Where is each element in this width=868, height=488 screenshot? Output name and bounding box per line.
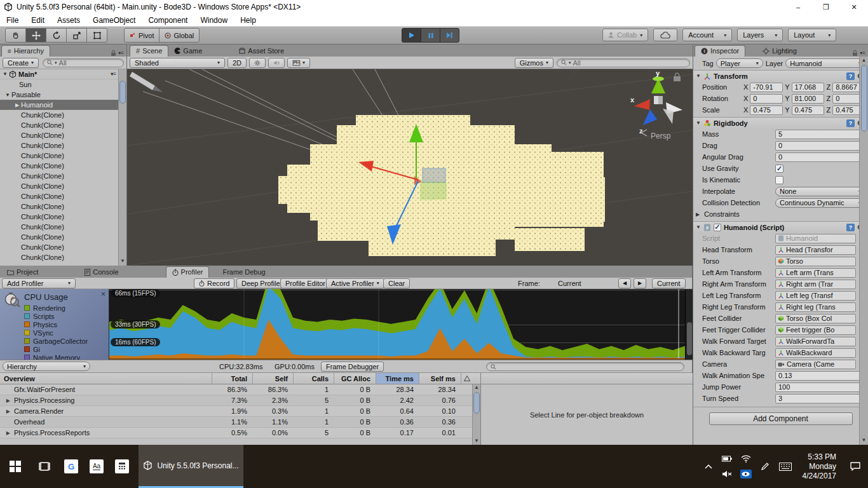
table-row[interactable]: Overhead 1.1%1.1%10 B0.360.36 bbox=[0, 417, 480, 428]
column-self[interactable]: Self bbox=[252, 373, 293, 384]
script-enabled-checkbox[interactable]: ✓ bbox=[714, 224, 721, 231]
menu-edit[interactable]: Edit bbox=[25, 15, 51, 26]
tray-clock[interactable]: 5:33 PM Monday 4/24/2017 bbox=[796, 452, 843, 481]
tab-hierarchy[interactable]: ≡ Hierarchy bbox=[1, 45, 50, 57]
hierarchy-item-sun[interactable]: Sun bbox=[0, 79, 126, 90]
panel-menu-icon[interactable]: ▾≡ bbox=[860, 50, 865, 56]
layout-dropdown[interactable]: Layout▾ bbox=[788, 29, 836, 41]
hierarchy-item-chunk[interactable]: Chunk(Clone) bbox=[0, 201, 126, 212]
hierarchy-item-chunk[interactable]: Chunk(Clone) bbox=[0, 252, 126, 262]
column-total[interactable]: Total bbox=[212, 373, 252, 384]
column-gc-alloc[interactable]: GC Alloc bbox=[334, 373, 376, 384]
battery-icon[interactable] bbox=[722, 456, 732, 462]
record-button[interactable]: Record bbox=[194, 278, 234, 288]
hierarchy-item-chunk[interactable]: Chunk(Clone) bbox=[0, 242, 126, 252]
next-frame-button[interactable]: ▶ bbox=[634, 278, 646, 288]
hierarchy-mode-dropdown[interactable]: Hierarchy▾ bbox=[3, 362, 90, 371]
tray-expand-chevron[interactable] bbox=[700, 445, 717, 488]
scale-tool-button[interactable] bbox=[66, 28, 87, 43]
chart-scrollbar[interactable] bbox=[685, 289, 693, 360]
right-arm-transform-field[interactable]: Right arm (Trar bbox=[775, 280, 856, 289]
frame-debugger-button[interactable]: Frame Debugger bbox=[321, 362, 384, 372]
position-x-field[interactable]: -70.91 bbox=[750, 83, 783, 92]
pen-tray-icon[interactable] bbox=[756, 445, 775, 488]
walk-forward-target-field[interactable]: WalkForwardTa bbox=[775, 337, 856, 346]
table-scrollbar[interactable]: ▲ ▼ bbox=[472, 384, 480, 445]
table-row[interactable]: ▶ Physics.Processing 7.3%2.3%50 B2.420.7… bbox=[0, 395, 480, 406]
global-toggle-button[interactable]: Global bbox=[159, 28, 200, 43]
active-profiler-dropdown[interactable]: Active Profiler▾ bbox=[326, 278, 384, 288]
tab-scene[interactable]: # Scene bbox=[130, 45, 168, 57]
scene-viewport[interactable]: y x z Persp bbox=[127, 69, 693, 266]
menu-help[interactable]: Help bbox=[234, 15, 262, 26]
panel-menu-icon[interactable]: ▾≡ bbox=[118, 50, 124, 56]
action-center-button[interactable] bbox=[843, 445, 868, 488]
right-leg-transform-field[interactable]: Right leg (Trans bbox=[775, 302, 856, 312]
legend-rendering[interactable]: Rendering bbox=[24, 304, 88, 312]
hierarchy-item-chunk[interactable]: Chunk(Clone) bbox=[0, 161, 126, 171]
pause-button[interactable] bbox=[421, 28, 440, 43]
menu-file[interactable]: File bbox=[0, 15, 25, 26]
scene-audio-toggle[interactable] bbox=[268, 58, 285, 68]
move-tool-button[interactable] bbox=[25, 28, 46, 43]
rigidbody-header[interactable]: ▼ Rigidbody ? ⚙▾ bbox=[693, 117, 868, 128]
hierarchy-item-humanoid[interactable]: ▶Humanoid bbox=[0, 100, 126, 110]
scene-search-input[interactable]: ▾ All bbox=[557, 58, 690, 67]
lock-icon[interactable] bbox=[111, 50, 116, 57]
hierarchy-item-pausable[interactable]: ▼Pausable bbox=[0, 90, 126, 100]
hand-tool-button[interactable] bbox=[5, 28, 26, 43]
start-button[interactable] bbox=[0, 445, 31, 488]
position-y-field[interactable]: 17.068 bbox=[792, 83, 825, 92]
angular-drag-field[interactable]: 0 bbox=[775, 152, 865, 162]
close-module-icon[interactable]: × bbox=[101, 290, 105, 299]
hierarchy-item-chunk[interactable]: Chunk(Clone) bbox=[0, 120, 126, 130]
help-icon[interactable]: ? bbox=[846, 224, 855, 231]
left-arm-transform-field[interactable]: Left arm (Trans bbox=[775, 268, 856, 278]
hierarchy-item-chunk[interactable]: Chunk(Clone) bbox=[0, 181, 126, 191]
layers-dropdown[interactable]: Layers▾ bbox=[737, 29, 783, 41]
current-frame-button[interactable]: Current bbox=[652, 278, 686, 288]
minimize-button[interactable]: – bbox=[784, 0, 812, 14]
close-button[interactable]: ✕ bbox=[840, 0, 868, 14]
gizmos-dropdown[interactable]: Gizmos▾ bbox=[515, 58, 553, 68]
prev-frame-button[interactable]: ◀ bbox=[618, 278, 631, 288]
camera-field[interactable]: Camera (Came bbox=[775, 360, 856, 369]
menu-assets[interactable]: Assets bbox=[51, 15, 86, 26]
create-button[interactable]: Create▾ bbox=[3, 58, 39, 68]
column-time-ms-sorted[interactable]: Time ms bbox=[376, 373, 419, 384]
feet-trigger-collider-field[interactable]: Feet trigger (Bo bbox=[775, 325, 856, 335]
task-view-button[interactable] bbox=[31, 445, 58, 488]
rotate-tool-button[interactable] bbox=[46, 28, 67, 43]
tab-lighting[interactable]: Lighting bbox=[757, 45, 803, 57]
legend-scripts[interactable]: Scripts bbox=[24, 312, 88, 320]
step-button[interactable] bbox=[440, 28, 459, 43]
volume-muted-icon[interactable] bbox=[722, 470, 732, 478]
foldout-arrow[interactable]: ▼ bbox=[696, 120, 701, 126]
foldout-arrow[interactable]: ▼ bbox=[696, 224, 701, 230]
use-gravity-checkbox[interactable]: ✓ bbox=[775, 165, 783, 173]
hierarchy-item-chunk[interactable]: Chunk(Clone) bbox=[0, 191, 126, 201]
collab-dropdown[interactable]: Collab▾ bbox=[602, 29, 648, 41]
foldout-arrow[interactable]: ▼ bbox=[696, 73, 701, 79]
shading-mode-dropdown[interactable]: Shaded▾ bbox=[130, 58, 225, 68]
hierarchy-item-chunk[interactable]: Chunk(Clone) bbox=[0, 110, 126, 120]
table-row[interactable]: ▶ Camera.Render 1.9%0.3%10 B0.640.10 bbox=[0, 406, 480, 417]
legend-garbagecollector[interactable]: GarbageCollector bbox=[24, 337, 88, 345]
tab-console[interactable]: Console bbox=[79, 266, 124, 278]
cpu-usage-module[interactable]: × CPU Usage Rendering Scripts Physics bbox=[0, 289, 109, 360]
column-overview[interactable]: Overview bbox=[0, 373, 212, 384]
collision-detection-dropdown[interactable]: Continuous Dynamic▾ bbox=[775, 198, 865, 208]
hierarchy-scrollbar[interactable]: ▼ bbox=[118, 69, 126, 266]
calculator-taskbar-button[interactable] bbox=[109, 445, 135, 488]
head-transform-field[interactable]: Head (Transfor bbox=[775, 245, 856, 255]
jump-power-field[interactable]: 100 bbox=[775, 383, 865, 392]
eye-care-tray-icon[interactable] bbox=[740, 470, 752, 478]
menu-gameobject[interactable]: GameObject bbox=[86, 15, 142, 26]
chrome-taskbar-button[interactable]: G bbox=[58, 445, 84, 488]
expand-arrow[interactable]: ▶ bbox=[0, 409, 10, 414]
tab-asset-store[interactable]: Asset Store bbox=[233, 45, 290, 57]
tab-project[interactable]: Project bbox=[1, 266, 44, 278]
table-row[interactable]: Gfx.WaitForPresent 86.3%86.3%10 B28.3428… bbox=[0, 384, 480, 395]
drag-field[interactable]: 0 bbox=[775, 141, 865, 151]
add-profiler-dropdown[interactable]: Add Profiler▾ bbox=[2, 278, 76, 288]
